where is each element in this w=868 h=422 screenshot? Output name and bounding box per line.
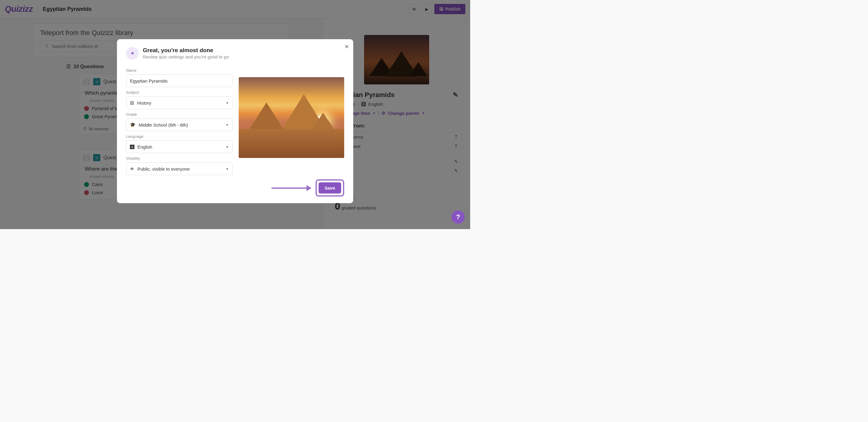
chevron-down-icon: ▼ [226, 145, 229, 149]
chevron-down-icon: ▼ [226, 167, 229, 171]
modal-body: Name Subject ▤ History ▼ Grade 🎓 Middle … [126, 65, 344, 175]
language-value: English [137, 144, 152, 150]
grade-label: Grade [126, 112, 233, 117]
modal-title: Great, you're almost done [143, 47, 229, 54]
visibility-value: Public, visible to everyone [137, 167, 190, 172]
publish-modal: ✕ ✦ Great, you're almost done Review qui… [117, 39, 353, 203]
help-button[interactable]: ? [452, 210, 465, 224]
grade-select[interactable]: 🎓 Middle School (6th - 8th) ▼ [126, 118, 233, 131]
image-col [239, 65, 344, 175]
name-label: Name [126, 68, 233, 73]
language-icon: 🅰 [130, 144, 134, 150]
save-highlight: Save [315, 179, 344, 197]
subject-label: Subject [126, 90, 233, 95]
visibility-select[interactable]: 👁 Public, visible to everyone ▼ [126, 162, 233, 175]
language-label: Language [126, 134, 233, 139]
name-input[interactable] [126, 74, 233, 87]
form-col: Name Subject ▤ History ▼ Grade 🎓 Middle … [126, 65, 233, 175]
grade-value: Middle School (6th - 8th) [138, 122, 188, 127]
save-label: Save [324, 185, 335, 190]
subject-select[interactable]: ▤ History ▼ [126, 96, 233, 109]
sparkle-icon: ✦ [126, 47, 138, 60]
subject-value: History [137, 100, 151, 106]
modal-actions: Save [126, 179, 344, 197]
modal-overlay: ✕ ✦ Great, you're almost done Review qui… [0, 0, 470, 229]
chevron-down-icon: ▼ [226, 101, 229, 104]
chevron-down-icon: ▼ [226, 123, 229, 127]
cover-preview[interactable] [239, 77, 344, 158]
modal-head: ✦ Great, you're almost done Review quiz … [126, 47, 344, 60]
language-select[interactable]: 🅰 English ▼ [126, 141, 233, 153]
visibility-label: Visibility [126, 156, 233, 161]
modal-subtitle: Review quiz settings and you're good to … [143, 54, 229, 59]
book-icon: ▤ [130, 100, 134, 106]
eye-icon: 👁 [130, 167, 134, 172]
help-icon: ? [456, 213, 460, 221]
close-icon: ✕ [344, 44, 349, 50]
grad-cap-icon: 🎓 [130, 122, 135, 127]
annotation-arrow [272, 182, 311, 194]
save-button[interactable]: Save [318, 182, 341, 193]
close-button[interactable]: ✕ [344, 43, 349, 50]
